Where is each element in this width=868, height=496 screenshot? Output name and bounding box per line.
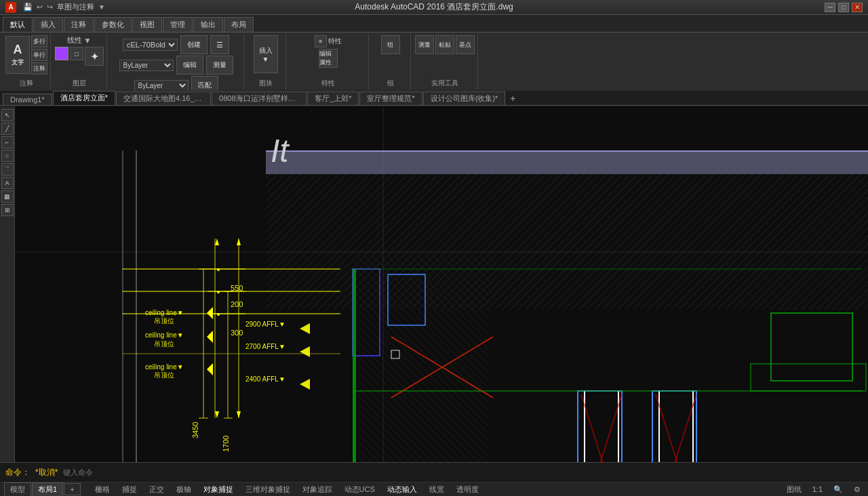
command-input[interactable] — [63, 468, 863, 476]
group-btn[interactable]: 组 — [381, 35, 400, 54]
status-snap[interactable]: 捕捉 — [119, 484, 140, 495]
circle-tool[interactable]: ○ — [1, 150, 14, 162]
tab-manage[interactable]: 管理 — [163, 17, 193, 32]
maximize-button[interactable]: □ — [838, 3, 849, 12]
tab-living[interactable]: 客厅_上郊* — [307, 91, 359, 105]
status-dynin[interactable]: 动态输入 — [384, 484, 420, 495]
quick-toolbar-label: 草图与注释 — [57, 2, 94, 12]
status-ortho[interactable]: 正交 — [146, 484, 167, 495]
quick-dropdown[interactable]: ▼ — [98, 3, 105, 11]
status-scale[interactable]: 1:1 — [809, 484, 826, 494]
paste-btn[interactable]: 粘贴 — [435, 35, 454, 54]
quick-undo[interactable]: ↩ — [37, 3, 43, 12]
status-ducs[interactable]: 动态UCS — [341, 484, 378, 495]
match-btn[interactable]: 匹配 — [191, 76, 218, 91]
add-tab-btn[interactable]: + — [506, 91, 519, 105]
tab-traffic[interactable]: 交通国际大地图4.16_13* — [116, 91, 211, 105]
ribbon-group-properties: ≡ 特性 编辑属性 特性 — [288, 34, 369, 89]
layer-prop-btn[interactable]: ☰ — [210, 35, 229, 54]
text-button[interactable]: A文字 — [5, 36, 30, 74]
edit-attr-btn[interactable]: 编辑属性 — [319, 49, 338, 68]
layer-color-btn[interactable] — [55, 47, 68, 60]
multiline-text-button[interactable]: 多行 — [31, 35, 47, 47]
base-btn[interactable]: 基点 — [456, 35, 475, 54]
tab-default[interactable]: 默认 — [3, 17, 33, 32]
title-bar-title: Autodesk AutoCAD 2016 酒店套房立面.dwg — [355, 1, 513, 13]
layout-tab-1[interactable]: 布局1 — [32, 482, 63, 497]
svg-point-75 — [217, 291, 220, 293]
measure-btn[interactable]: 测量 — [206, 56, 233, 75]
status-otrack[interactable]: 对象追踪 — [299, 484, 336, 495]
edit-btn[interactable]: 编辑 — [176, 56, 203, 75]
layout-tab-model[interactable]: 模型 — [4, 482, 31, 497]
quick-redo[interactable]: ↪ — [47, 3, 53, 12]
tab-parametric[interactable]: 参数化 — [94, 17, 132, 32]
single-text-button[interactable]: 单行 — [31, 49, 47, 61]
svg-text:吊顶位: 吊顶位 — [154, 317, 174, 325]
close-button[interactable]: ✕ — [852, 3, 863, 12]
tab-annotate[interactable]: 注释 — [64, 17, 94, 32]
create-btn[interactable]: 创建 — [180, 35, 208, 54]
status-zoom[interactable]: 🔍 — [830, 484, 846, 495]
ribbon-content: A文字 多行 单行 注释 注释 线性 ▼ □ ✦ 图层 — [0, 33, 868, 91]
polyline-tool[interactable]: ⌐ — [1, 136, 14, 148]
svg-text:吊顶位: 吊顶位 — [154, 340, 174, 348]
quick-save[interactable]: 💾 — [23, 3, 33, 12]
linestyle-label: 线性 — [67, 35, 82, 45]
bylayer-dropdown1[interactable]: ByLayer — [119, 60, 174, 71]
document-tabs: Drawing1* 酒店套房立面* 交通国际大地图4.16_13* 0808海口… — [0, 91, 868, 106]
select-tool[interactable]: ↖ — [1, 109, 14, 121]
tab-haikou[interactable]: 0808海口运洋别墅样板房设计平面图* — [212, 91, 307, 105]
tab-view[interactable]: 视图 — [132, 17, 162, 32]
svg-point-74 — [217, 268, 220, 271]
insert-btn[interactable]: 插入▼ — [254, 35, 278, 73]
status-bar: 命令： *取消* 模型 布局1 + 栅格 捕捉 正交 极轴 对象捕捉 三维对象捕… — [0, 462, 868, 496]
app-icon: A — [5, 2, 16, 13]
svg-text:It: It — [271, 133, 290, 169]
utility-label: 实用工具 — [431, 77, 458, 88]
minimize-button[interactable]: ─ — [825, 3, 835, 12]
svg-rect-65 — [353, 269, 356, 462]
tab-hotel[interactable]: 酒店套房立面* — [53, 91, 115, 105]
svg-rect-9 — [122, 150, 123, 462]
hatch-tool[interactable]: ▦ — [1, 190, 14, 203]
status-grid[interactable]: 栅格 — [92, 484, 113, 495]
svg-text:2900 AFFL▼: 2900 AFFL▼ — [245, 321, 285, 328]
properties-label: 特性 — [328, 37, 342, 46]
bylayer-dropdown2[interactable]: ByLayer — [134, 80, 189, 91]
line-tool[interactable]: ╱ — [1, 123, 14, 135]
tab-tidy[interactable]: 室厅整理规范* — [359, 91, 422, 105]
attr-button[interactable]: 注释 — [31, 62, 47, 75]
text-tool[interactable]: A — [1, 177, 14, 189]
tab-drawing1[interactable]: Drawing1* — [3, 94, 52, 105]
arc-tool[interactable]: ⌒ — [1, 163, 14, 175]
block-btn[interactable]: □ — [70, 47, 83, 60]
status-lweight[interactable]: 线宽 — [426, 484, 448, 495]
ribbon-group-linestyle: 线性 ▼ □ ✦ 图层 — [52, 34, 107, 89]
viewport[interactable]: □ ✕ — [15, 106, 868, 462]
status-polar[interactable]: 极轴 — [173, 484, 195, 495]
tab-insert[interactable]: 插入 — [33, 17, 63, 32]
status-3dosnap[interactable]: 三维对象捕捉 — [242, 484, 294, 495]
properties-btn[interactable]: ≡ — [315, 35, 327, 47]
tab-design[interactable]: 设计公司图库(收集)* — [423, 91, 506, 105]
svg-text:1700: 1700 — [222, 436, 230, 452]
status-trans[interactable]: 透明度 — [453, 484, 482, 495]
drawing-svg[interactable]: 550 200 300 3450 1700 ceiling line▼ 吊顶位 … — [15, 106, 868, 462]
tab-layout[interactable]: 布局 — [224, 17, 254, 32]
title-bar-controls[interactable]: ─ □ ✕ — [825, 3, 863, 12]
layout-tab-add[interactable]: + — [64, 483, 80, 495]
draw-group-label: 注释 — [20, 77, 33, 88]
status-osnap[interactable]: 对象捕捉 — [200, 484, 237, 495]
text-style-dropdown[interactable]: cEL-70Bold — [123, 39, 178, 51]
title-bar: A 💾 ↩ ↪ 草图与注释 ▼ Autodesk AutoCAD 2016 酒店… — [0, 0, 868, 15]
status-settings[interactable]: ⚙ — [850, 484, 864, 495]
block-tool[interactable]: ⊞ — [1, 204, 14, 216]
svg-point-76 — [217, 313, 220, 316]
match-prop-btn[interactable]: ✦ — [85, 47, 104, 66]
linestyle-dropdown[interactable]: ▼ — [83, 36, 92, 45]
tab-output[interactable]: 输出 — [193, 17, 223, 32]
command-value: *取消* — [35, 467, 58, 478]
status-paper[interactable]: 图纸 — [783, 484, 805, 495]
measure-tool-btn[interactable]: 测量 — [415, 35, 434, 54]
